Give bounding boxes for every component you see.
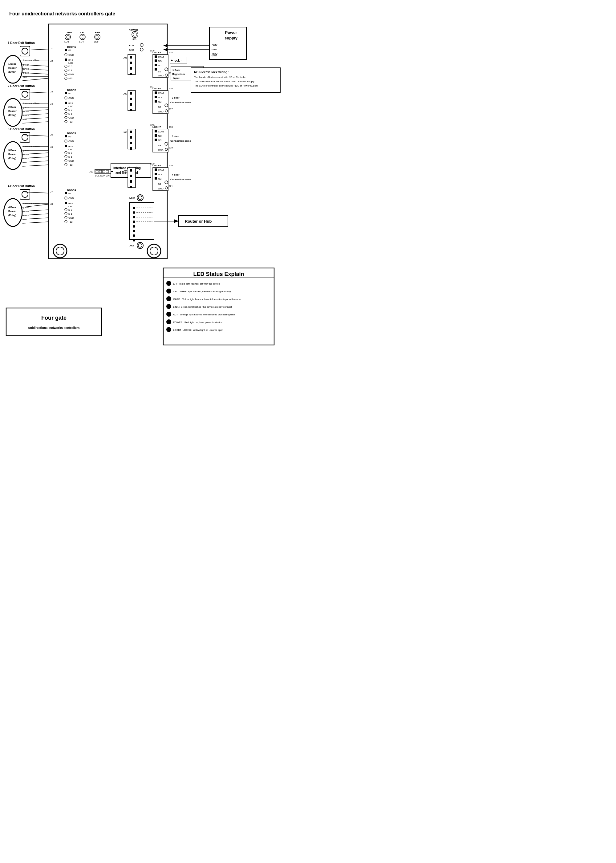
svg-text:NO: NO [158,135,162,137]
svg-text:D 1: D 1 [68,69,72,72]
svg-text:J21: J21 [169,185,173,187]
svg-text:LINK : Green light flashes ,th: LINK : Green light flashes ,the device a… [173,305,232,308]
svg-rect-186 [155,173,157,175]
svg-text:D 0: D 0 [68,108,72,111]
svg-line-262 [22,92,49,93]
svg-text:4 door: 4 door [172,173,179,176]
svg-text:LED Status Explain: LED Status Explain [193,271,244,277]
svg-line-243 [22,49,49,50]
svg-point-328 [166,289,171,294]
svg-point-85 [65,209,67,211]
svg-text:LOCK7: LOCK7 [152,126,161,129]
svg-text:The cathode of lock connect wi: The cathode of lock connect with GND of … [194,80,255,83]
svg-point-338 [166,327,171,332]
svg-text:S2: S2 [158,105,161,108]
svg-text:J8: J8 [50,203,53,206]
svg-text:The COM of controller connect : The COM of controller connect with +12V … [194,84,258,87]
svg-point-67 [65,151,67,154]
svg-rect-200 [130,180,132,182]
svg-text:DOOR1: DOOR1 [67,46,76,48]
svg-text:LINK: LINK [129,196,135,199]
svg-text:GND: GND [68,53,74,57]
svg-line-285 [22,157,49,158]
svg-text:J20: J20 [169,164,173,167]
svg-text:J17: J17 [169,108,173,110]
svg-text:The Anode of lock connect with: The Anode of lock connect with NC of Con… [194,76,247,79]
svg-text:ACT : Orange light flashes ,th: ACT : Orange light flashes ,the device i… [173,313,235,316]
svg-rect-126 [130,61,132,64]
svg-line-266 [22,114,49,115]
svg-text:LD9: LD9 [150,162,155,165]
svg-point-33 [65,69,67,71]
svg-point-87 [65,212,67,215]
svg-text:white: white [23,68,29,70]
svg-point-106 [147,244,161,258]
svg-text:NO: NO [158,173,162,176]
svg-point-69 [65,156,67,158]
svg-rect-232 [20,46,30,56]
svg-text:P3: P3 [68,135,71,138]
svg-text:J19: J19 [169,146,173,149]
svg-rect-23 [65,49,67,51]
svg-text:green: green [23,106,29,109]
svg-text:Power: Power [225,30,237,35]
svg-text:P4: P4 [68,192,71,195]
svg-point-272 [4,141,22,170]
svg-text:CARD : Yellow light flashes ,h: CARD : Yellow light flashes ,have inform… [173,298,242,300]
svg-text:Magnetism: Magnetism [172,73,185,75]
svg-text:P2: P2 [68,92,71,95]
svg-marker-316 [163,44,167,47]
svg-point-150 [165,110,168,112]
svg-text:+12: +12 [68,120,73,123]
svg-text:GND: GND [68,160,74,162]
svg-rect-28 [65,58,67,61]
svg-rect-143 [155,100,157,102]
svg-point-230 [138,244,142,247]
svg-text:Connection same: Connection same [170,178,191,181]
svg-text:J15: J15 [169,72,173,74]
svg-rect-0 [49,24,167,259]
svg-text:D 1: D 1 [68,156,72,158]
svg-rect-141 [155,91,157,94]
svg-text:+12: +12 [68,163,73,166]
svg-text:D 0: D 0 [68,151,72,154]
svg-point-61 [65,140,67,142]
svg-text:+: + [171,60,173,62]
svg-rect-178 [130,141,132,144]
svg-point-291 [4,199,22,226]
svg-point-18 [140,43,143,47]
svg-rect-95 [96,170,98,173]
svg-text:white: white [23,110,29,113]
svg-point-219 [133,239,135,242]
svg-line-300 [22,192,49,193]
svg-text:lock: lock [174,60,179,62]
svg-rect-112 [155,60,157,62]
svg-text:Four gate: Four gate [41,315,66,321]
svg-line-304 [22,214,49,215]
svg-marker-317 [163,48,167,51]
svg-point-37 [65,77,67,79]
svg-text:green: green [23,206,29,209]
svg-line-246 [22,69,49,70]
svg-point-5 [66,35,69,38]
svg-text:black: black [23,114,29,117]
svg-text:GND: GND [68,197,74,200]
svg-rect-165 [155,138,157,141]
svg-text:3 Door Exit Button: 3 Door Exit Button [8,127,35,131]
svg-text:red: red [23,118,27,121]
svg-text:LED: LED [68,148,73,151]
svg-text:LOCK8: LOCK8 [152,164,161,167]
svg-text:D 0: D 0 [68,209,72,211]
svg-point-25 [65,53,67,56]
svg-point-326 [166,281,171,286]
svg-point-105 [56,247,64,255]
svg-text:(Entry): (Entry) [8,71,16,73]
svg-text:POWER : Red light on ,have pow: POWER : Red light on ,have power to devi… [173,321,222,324]
svg-line-268 [22,122,49,123]
svg-text:ACT: ACT [129,244,135,247]
svg-rect-270 [20,132,30,142]
svg-rect-124 [128,55,135,74]
svg-point-4 [65,34,71,40]
svg-point-73 [65,163,67,166]
svg-text:1 Door Exit Button: 1 Door Exit Button [8,41,35,45]
